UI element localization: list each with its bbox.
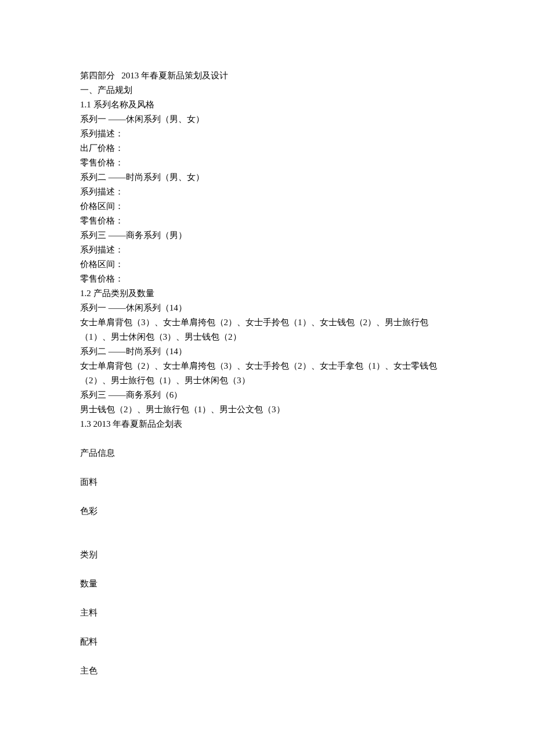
series-2-retail-price-label: 零售价格： xyxy=(80,214,454,228)
blank-line xyxy=(80,649,454,664)
series-1-qty-title: 系列一 ——休闲系列（14） xyxy=(80,301,454,315)
series-2-desc-label: 系列描述： xyxy=(80,185,454,199)
series-1-desc-label: 系列描述： xyxy=(80,127,454,141)
table-header-material: 面料 xyxy=(80,475,454,489)
series-2-price-range-label: 价格区间： xyxy=(80,199,454,214)
series-3-qty-detail: 男士钱包（2）、男士旅行包（1）、男士公文包（3） xyxy=(80,402,454,417)
table-col-category: 类别 xyxy=(80,548,454,562)
table-col-main-material: 主料 xyxy=(80,606,454,620)
series-1-factory-price-label: 出厂价格： xyxy=(80,141,454,156)
blank-line xyxy=(80,562,454,577)
series-3-title: 系列三 ——商务系列（男） xyxy=(80,228,454,243)
series-1-qty-detail: 女士单肩背包（3）、女士单肩挎包（2）、女士手拎包（1）、女士钱包（2）、男士旅… xyxy=(80,315,454,344)
heading-1-3: 1.3 2013 年春夏新品企划表 xyxy=(80,417,454,431)
document-page: 第四部分 2013 年春夏新品策划及设计 一、产品规划 1.1 系列名称及风格 … xyxy=(0,0,534,736)
blank-line xyxy=(80,591,454,606)
blank-line xyxy=(80,620,454,635)
heading-1: 一、产品规划 xyxy=(80,83,454,98)
table-col-main-color: 主色 xyxy=(80,664,454,678)
series-3-qty-title: 系列三 ——商务系列（6） xyxy=(80,388,454,402)
section-title: 第四部分 2013 年春夏新品策划及设计 xyxy=(80,69,454,83)
blank-line xyxy=(80,431,454,446)
table-col-accessory-material: 配料 xyxy=(80,635,454,649)
heading-1-2: 1.2 产品类别及数量 xyxy=(80,286,454,301)
blank-line xyxy=(80,460,454,475)
series-2-qty-title: 系列二 ——时尚系列（14） xyxy=(80,344,454,359)
table-col-quantity: 数量 xyxy=(80,577,454,591)
series-2-qty-detail: 女士单肩背包（2）、女士单肩挎包（3）、女士手拎包（2）、女士手拿包（1）、女士… xyxy=(80,359,454,388)
table-header-color: 色彩 xyxy=(80,504,454,519)
blank-line xyxy=(80,489,454,504)
series-1-title: 系列一 ——休闲系列（男、女） xyxy=(80,112,454,127)
heading-1-1: 1.1 系列名称及风格 xyxy=(80,98,454,112)
series-2-title: 系列二 ——时尚系列（男、女） xyxy=(80,170,454,185)
series-3-price-range-label: 价格区间： xyxy=(80,257,454,272)
series-3-desc-label: 系列描述： xyxy=(80,243,454,257)
series-3-retail-price-label: 零售价格： xyxy=(80,272,454,286)
blank-line xyxy=(80,533,454,548)
blank-line xyxy=(80,519,454,533)
series-1-retail-price-label: 零售价格： xyxy=(80,156,454,170)
table-header-product-info: 产品信息 xyxy=(80,446,454,460)
